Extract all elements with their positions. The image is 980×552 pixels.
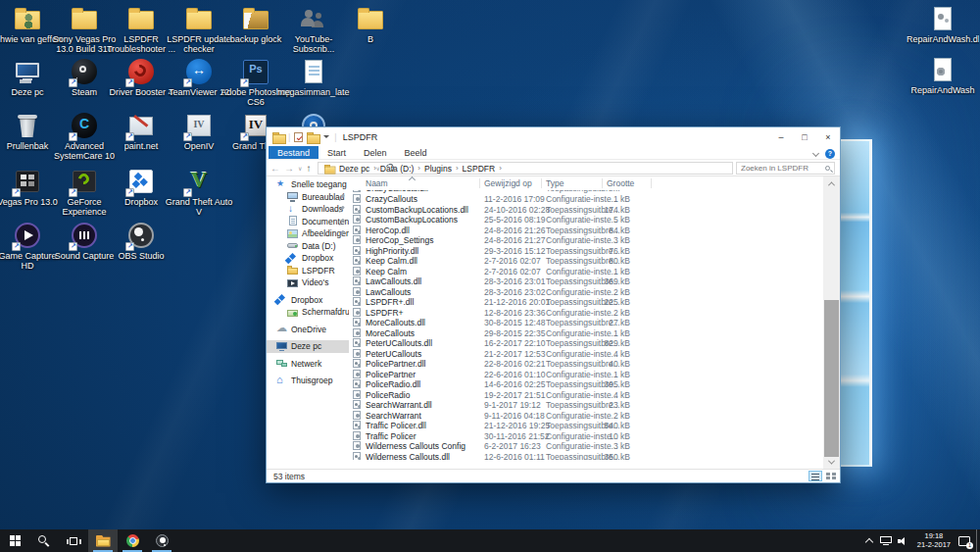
tray-expand-icon[interactable] xyxy=(865,537,873,545)
file-row[interactable]: CrazyCallouts11-2-2016 17:09Configuratie… xyxy=(349,194,823,205)
file-row[interactable]: Wilderness Callouts Config6-2-2017 16:23… xyxy=(349,441,823,452)
nav-item-netwerk[interactable]: Netwerk xyxy=(267,358,349,371)
nav-item-data-d[interactable]: Data (D:) xyxy=(267,240,349,253)
file-row[interactable]: Traffic Policer.dll21-12-2016 19:25Toepa… xyxy=(349,421,823,431)
file-row[interactable]: PoliceRadio19-2-2017 21:51Configuratie-i… xyxy=(349,390,823,401)
desktop-icon-obs-studio[interactable]: OBS Studio xyxy=(105,222,177,261)
scroll-up-icon[interactable] xyxy=(823,176,840,190)
file-row[interactable]: SearchWarrant9-11-2016 04:18Configuratie… xyxy=(349,411,823,422)
file-row[interactable]: SearchWarrant.dll9-1-2017 19:12Toepassin… xyxy=(349,400,823,411)
file-row[interactable]: MoreCallouts.dll30-8-2015 12:48Toepassin… xyxy=(349,318,823,328)
file-row[interactable]: HeroCop_Settings24-8-2016 21:27Configura… xyxy=(349,235,823,246)
taskbar-start-button[interactable] xyxy=(0,529,29,552)
file-row[interactable]: HeroCop.dll24-8-2016 21:26Toepassingsuit… xyxy=(349,226,823,236)
nav-item-onedrive[interactable]: OneDrive xyxy=(267,324,349,336)
desktop-icon-repairandwash-dll[interactable]: RepairAndWash.dll xyxy=(906,5,979,44)
ribbon-collapse-chevron-icon[interactable] xyxy=(812,149,819,156)
breadcrumb-item-deze-pc[interactable]: Deze pc xyxy=(337,164,371,174)
file-row[interactable]: Wilderness Callouts.dll12-6-2016 01:11To… xyxy=(349,452,823,461)
refresh-icon[interactable] xyxy=(385,163,396,174)
cloud-icon xyxy=(276,324,288,334)
ribbon-tab-beeld[interactable]: Beeld xyxy=(396,146,436,159)
nav-item-schermafdrukken[interactable]: Schermafdrukken xyxy=(267,306,349,319)
file-row[interactable]: PolicePartner.dll22-8-2016 02:21Toepassi… xyxy=(349,359,823,370)
recent-locations-chevron-icon[interactable]: ∨ xyxy=(298,165,302,172)
nav-item-dropbox[interactable]: Dropbox xyxy=(267,294,349,307)
file-row[interactable]: LSPDFR+.dll21-12-2016 20:01Toepassingsui… xyxy=(349,297,823,308)
column-divider[interactable] xyxy=(479,178,480,188)
breadcrumb-item-lspdfr[interactable]: LSPDFR xyxy=(461,164,498,174)
file-row[interactable]: LawCallouts28-3-2016 23:02Configuratie-i… xyxy=(349,287,823,298)
close-button[interactable]: × xyxy=(816,127,840,146)
column-header-naam[interactable]: Naam xyxy=(366,178,388,188)
taskbar-explorer-button[interactable] xyxy=(88,529,118,552)
desktop: johwie van geffenSony Vegas Pro 13.0 Bui… xyxy=(0,0,980,552)
file-row[interactable]: Traffic Policer30-11-2016 21:52Configura… xyxy=(349,431,823,442)
column-divider[interactable] xyxy=(651,178,652,188)
details-view-button[interactable] xyxy=(808,471,822,481)
vertical-scrollbar[interactable] xyxy=(823,176,840,469)
config-file-icon xyxy=(353,370,361,378)
taskbar-search-button[interactable] xyxy=(29,529,59,552)
ribbon-tab-delen[interactable]: Delen xyxy=(355,146,396,159)
forward-icon[interactable]: → xyxy=(284,163,294,174)
up-icon[interactable]: ↑ xyxy=(306,163,311,174)
taskbar-obs-button[interactable] xyxy=(147,529,176,552)
breadcrumb-item-plugins[interactable]: Plugins xyxy=(422,164,454,174)
scroll-down-icon[interactable] xyxy=(823,455,840,469)
nav-item-bureaublad[interactable]: Bureaublad xyxy=(267,191,349,204)
address-dropdown-chevron-icon[interactable]: ∨ xyxy=(376,165,380,172)
file-row[interactable]: LawCallouts.dll28-3-2016 23:01Toepassing… xyxy=(349,276,823,287)
file-row[interactable]: PoliceRadio.dll14-6-2016 02:25Toepassing… xyxy=(349,379,823,390)
file-row[interactable]: LSPDFR+12-8-2016 23:36Configuratie-inste… xyxy=(349,308,823,319)
network-icon[interactable] xyxy=(880,536,892,546)
column-header-type[interactable]: Type xyxy=(546,178,564,188)
desktop-icon-b[interactable]: B xyxy=(334,5,407,44)
desktop-icon-megasimman-late[interactable]: megasimman_late... xyxy=(277,58,350,97)
show-desktop-button[interactable] xyxy=(976,529,980,552)
search-input[interactable] xyxy=(737,163,834,174)
taskbar-taskview-button[interactable] xyxy=(59,529,88,552)
file-row[interactable]: HighPriority.dll29-3-2016 15:12Toepassin… xyxy=(349,246,823,257)
title-bar[interactable]: | | LSPDFR – □ × xyxy=(267,127,840,146)
nav-item-video-s[interactable]: Video's xyxy=(267,276,349,289)
scrollbar-thumb[interactable] xyxy=(824,300,839,457)
nav-item-lspdfr[interactable]: LSPDFR xyxy=(267,265,349,277)
column-divider[interactable] xyxy=(602,178,603,188)
nav-item-dropbox[interactable]: Dropbox xyxy=(267,252,349,265)
desktop-icon-repairandwash[interactable]: RepairAndWash xyxy=(906,56,979,95)
nav-item-afbeeldingen[interactable]: Afbeeldingen xyxy=(267,227,349,240)
file-row[interactable]: PeterUCallouts.dll16-2-2017 22:10Toepass… xyxy=(349,338,823,349)
nav-item-deze-pc[interactable]: Deze pc xyxy=(267,340,349,353)
qat-customize-chevron-icon[interactable] xyxy=(323,135,329,138)
file-row[interactable]: Keep Calm2-7-2016 02:07Configuratie-inst… xyxy=(349,267,823,277)
help-icon[interactable]: ? xyxy=(825,149,835,159)
column-header-gewijzigd-op[interactable]: Gewijzigd op xyxy=(484,178,532,188)
file-row[interactable]: MoreCallouts29-8-2015 22:35Configuratie-… xyxy=(349,328,823,339)
taskbar-chrome-button[interactable] xyxy=(118,529,147,552)
action-center-icon[interactable]: 1 xyxy=(958,536,970,546)
file-row[interactable]: PeterUCallouts21-2-2017 12:53Configurati… xyxy=(349,349,823,360)
nav-item-snelle-toegang[interactable]: Snelle toegang xyxy=(267,178,349,191)
icons-view-button[interactable] xyxy=(824,471,838,481)
file-row[interactable]: Keep Calm.dll2-7-2016 02:07Toepassingsui… xyxy=(349,256,823,267)
nav-item-documenten[interactable]: Documenten xyxy=(267,216,349,228)
maximize-button[interactable]: □ xyxy=(793,127,816,146)
file-row[interactable]: CustomBackupLocations25-5-2016 08:19Conf… xyxy=(349,215,823,226)
desktop-icon-grand-theft-auto-v[interactable]: Grand Theft Auto V xyxy=(163,168,235,217)
column-header-grootte[interactable]: Grootte xyxy=(607,178,634,188)
minimize-button[interactable]: – xyxy=(769,127,793,146)
nav-item-downloads[interactable]: Downloads xyxy=(267,203,349,216)
volume-icon[interactable] xyxy=(898,536,909,546)
file-row[interactable]: PolicePartner22-6-2016 01:10Configuratie… xyxy=(349,370,823,380)
file-modified-date: 29-3-2016 15:12 xyxy=(484,246,545,257)
nav-item-thuisgroep[interactable]: Thuisgroep xyxy=(267,375,349,387)
ribbon-tab-bestand[interactable]: Bestand xyxy=(269,146,318,159)
taskbar-clock[interactable]: 19:18 21-2-2017 xyxy=(917,532,951,549)
back-icon[interactable]: ← xyxy=(270,163,280,174)
ribbon-tab-start[interactable]: Start xyxy=(318,146,355,159)
properties-icon[interactable] xyxy=(294,132,303,142)
file-row[interactable]: CustomBackupLocations.dll24-10-2016 02:2… xyxy=(349,205,823,216)
column-divider[interactable] xyxy=(541,178,542,188)
new-folder-icon[interactable] xyxy=(307,132,318,142)
